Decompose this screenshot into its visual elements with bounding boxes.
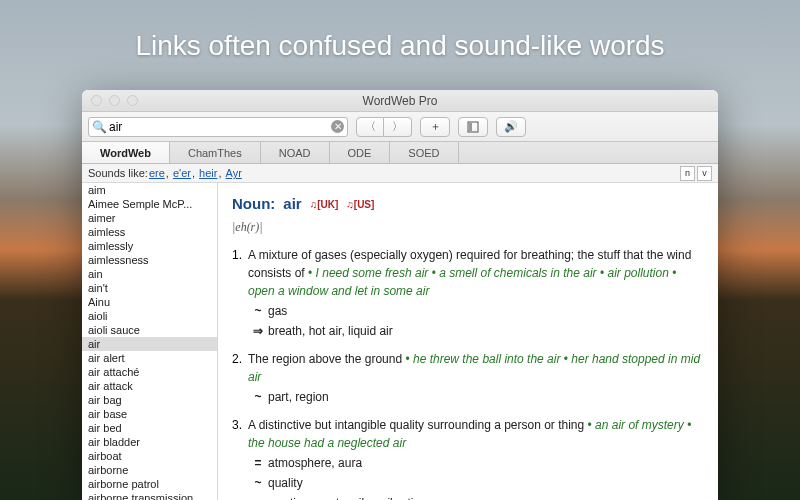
tab-soed[interactable]: SOED <box>390 142 458 163</box>
word-list-sidebar[interactable]: aimAimee Semple McP...aimeraimlessaimles… <box>82 183 218 500</box>
relation-row: ⇒mystique, note, vibe, vibration <box>248 494 704 501</box>
tabs: WordWebChamThesNOADODESOED <box>82 142 718 164</box>
sounds-like-label: Sounds like: <box>88 167 148 179</box>
app-window: WordWeb Pro 🔍 ✕ 〈 〉 ＋ 🔊 WordWebChamThesN… <box>82 90 718 500</box>
headword: air <box>283 193 301 216</box>
list-item[interactable]: aioli sauce <box>82 323 217 337</box>
list-item[interactable]: airboat <box>82 449 217 463</box>
sounds-like-link[interactable]: heir <box>199 167 217 179</box>
noun-filter-button[interactable]: n <box>680 166 695 181</box>
relation-row: ~gas <box>248 302 704 320</box>
titlebar: WordWeb Pro <box>82 90 718 112</box>
overlay-caption: Links often confused and sound-like word… <box>0 30 800 62</box>
list-item[interactable]: air base <box>82 407 217 421</box>
example-text: an air of mystery <box>595 418 684 432</box>
list-item[interactable]: airborne <box>82 463 217 477</box>
list-item[interactable]: air bladder <box>82 435 217 449</box>
list-item[interactable]: air bed <box>82 421 217 435</box>
bookmarks-button[interactable] <box>458 117 488 137</box>
list-item[interactable]: aim <box>82 183 217 197</box>
list-item[interactable]: air alert <box>82 351 217 365</box>
list-item[interactable]: aimlessly <box>82 239 217 253</box>
example-text: air pollution <box>607 266 668 280</box>
forward-button[interactable]: 〉 <box>384 117 412 137</box>
sounds-like-bar: Sounds like: ere, e'er, heir, Ayr n v <box>82 164 718 183</box>
audio-us-button[interactable]: ♫[US] <box>346 197 374 212</box>
sounds-like-link[interactable]: Ayr <box>226 167 242 179</box>
example-text: a smell of chemicals in the air <box>439 266 596 280</box>
back-button[interactable]: 〈 <box>356 117 384 137</box>
tab-noad[interactable]: NOAD <box>261 142 330 163</box>
list-item[interactable]: aimless <box>82 225 217 239</box>
list-item[interactable]: air attack <box>82 379 217 393</box>
window-title: WordWeb Pro <box>82 94 718 108</box>
audio-button[interactable]: 🔊 <box>496 117 526 137</box>
relation-row: =atmosphere, aura <box>248 454 704 472</box>
search-input[interactable] <box>88 117 348 137</box>
relation-row: ⇒breath, hot air, liquid air <box>248 322 704 340</box>
audio-uk-button[interactable]: ♫[UK] <box>310 197 339 212</box>
list-item[interactable]: air <box>82 337 217 351</box>
list-item[interactable]: Aimee Semple McP... <box>82 197 217 211</box>
example-text: he threw the ball into the air <box>413 352 560 366</box>
relation-row: ~part, region <box>248 388 704 406</box>
list-item[interactable]: aimer <box>82 211 217 225</box>
example-text: open a window and let in some air <box>248 284 429 298</box>
new-tab-button[interactable]: ＋ <box>420 117 450 137</box>
pronunciation: |eh(r)| <box>232 218 704 236</box>
list-item[interactable]: Ainu <box>82 295 217 309</box>
relation-row: ~quality <box>248 474 704 492</box>
toolbar: 🔍 ✕ 〈 〉 ＋ 🔊 <box>82 112 718 142</box>
svg-rect-1 <box>469 123 472 131</box>
definition: 3.A distinctive but intangible quality s… <box>232 416 704 501</box>
example-text: I need some fresh air <box>316 266 429 280</box>
list-item[interactable]: ain <box>82 267 217 281</box>
list-item[interactable]: air bag <box>82 393 217 407</box>
list-item[interactable]: ain't <box>82 281 217 295</box>
sounds-like-link[interactable]: e'er <box>173 167 191 179</box>
part-of-speech: Noun: <box>232 193 275 216</box>
definition: 1.A mixture of gases (especially oxygen)… <box>232 246 704 340</box>
search-icon: 🔍 <box>92 120 107 134</box>
example-text: the house had a neglected air <box>248 436 406 450</box>
sounds-like-link[interactable]: ere <box>149 167 165 179</box>
tab-chamthes[interactable]: ChamThes <box>170 142 261 163</box>
tab-wordweb[interactable]: WordWeb <box>82 142 170 163</box>
verb-filter-button[interactable]: v <box>697 166 712 181</box>
tab-ode[interactable]: ODE <box>330 142 391 163</box>
list-item[interactable]: aimlessness <box>82 253 217 267</box>
definition-panel: Noun: air ♫[UK] ♫[US] |eh(r)| 1.A mixtur… <box>218 183 718 500</box>
definition: 2.The region above the ground • he threw… <box>232 350 704 406</box>
clear-search-icon[interactable]: ✕ <box>331 120 344 133</box>
list-item[interactable]: aioli <box>82 309 217 323</box>
list-item[interactable]: air attaché <box>82 365 217 379</box>
list-item[interactable]: airborne patrol <box>82 477 217 491</box>
list-item[interactable]: airborne transmission <box>82 491 217 500</box>
